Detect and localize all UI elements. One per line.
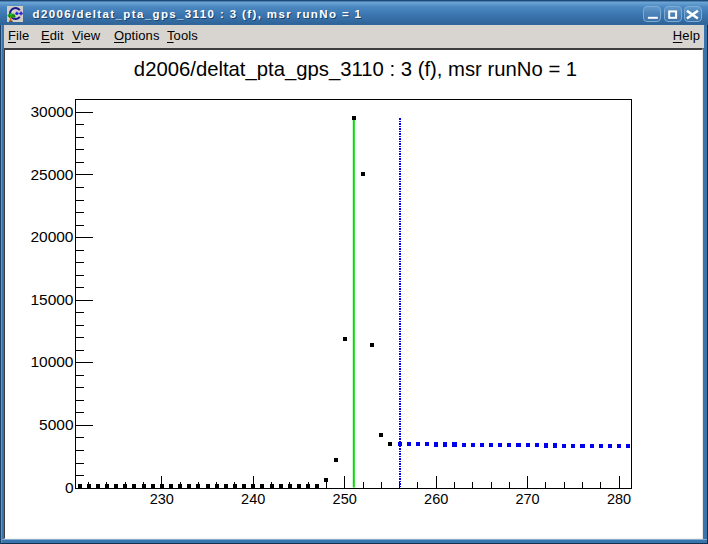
- svg-text:230: 230: [150, 491, 174, 507]
- svg-text:260: 260: [424, 491, 448, 507]
- svg-text:250: 250: [333, 491, 357, 507]
- svg-text:0: 0: [65, 479, 74, 496]
- svg-text:5000: 5000: [39, 416, 74, 433]
- svg-text:240: 240: [241, 491, 265, 507]
- svg-text:15000: 15000: [30, 291, 73, 308]
- svg-text:d2006/deltat_pta_gps_3110 : 3: d2006/deltat_pta_gps_3110 : 3 (f), msr r…: [134, 58, 577, 81]
- svg-text:20000: 20000: [30, 228, 73, 245]
- svg-text:10000: 10000: [30, 353, 73, 370]
- svg-text:30000: 30000: [30, 103, 73, 120]
- svg-text:270: 270: [515, 491, 539, 507]
- svg-text:25000: 25000: [30, 166, 73, 183]
- svg-text:280: 280: [607, 491, 631, 507]
